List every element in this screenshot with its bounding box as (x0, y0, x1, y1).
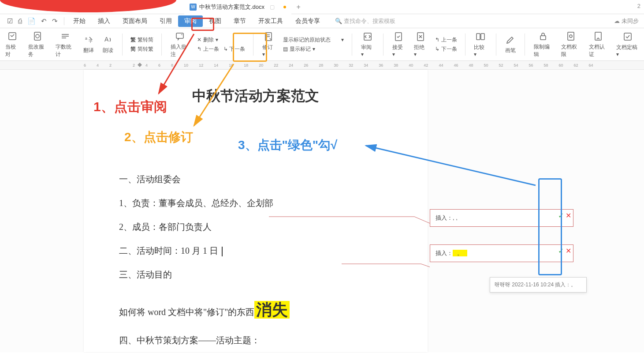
accept-icon (393, 31, 404, 42)
menu-section[interactable]: 章节 (227, 15, 252, 27)
accept-comment-icon[interactable]: ✓ (558, 211, 564, 220)
menu-start[interactable]: 开始 (67, 15, 92, 27)
menu-member[interactable]: 会员专享 (289, 15, 326, 27)
compare-button[interactable]: 比较 ▾ (471, 30, 490, 58)
revise-icon (263, 31, 274, 42)
tab-title: 中秋节活动方案范文.docx (199, 3, 264, 11)
pen-button[interactable]: 画笔 (503, 34, 518, 55)
word-doc-icon: W (190, 4, 197, 11)
next-change-button[interactable]: ↳下一条 (435, 45, 457, 53)
undo-icon[interactable]: ↶ (41, 17, 47, 25)
delete-icon: ✕ (197, 37, 201, 43)
search-placeholder: 查找命令、搜索模板 (344, 17, 395, 25)
read-button[interactable]: A 朗读 (100, 34, 116, 55)
doc-line: 一、活动组委会 (119, 171, 392, 187)
comment-text: 插入：。 (436, 250, 467, 256)
next-icon: ↳ (435, 46, 439, 52)
menu-pagelayout[interactable]: 页面布局 (116, 15, 153, 27)
prev-comment-button[interactable]: ↰ 上一条 (197, 45, 219, 53)
proofread-button[interactable]: 当校对 (3, 30, 22, 59)
doc-finalize-button[interactable]: 文档定稿 ▾ (614, 30, 641, 58)
insert-comment-button[interactable]: + 插入批注 (168, 30, 192, 59)
comments-pane: ✓ ✕ 插入：, , ✓ ✕ 插入：。 (430, 209, 573, 280)
svg-rect-1 (34, 32, 41, 40)
save-icon[interactable]: ☑ (7, 17, 13, 25)
translate-button[interactable]: a字 翻译 (81, 34, 97, 55)
sync-label: 未同步 (622, 17, 639, 25)
comment-box-1[interactable]: ✓ ✕ 插入：, , (430, 209, 573, 227)
ruler-ticks: 642 2468 10121416 18202224 26283032 3436… (84, 63, 593, 68)
left-margin (0, 70, 84, 352)
add-tab-button[interactable]: + (291, 3, 305, 11)
search-icon: 🔍 (335, 18, 342, 24)
comment-icon: + (175, 31, 185, 41)
doc-auth-button[interactable]: 文档认证 (586, 30, 610, 59)
svg-point-2 (36, 34, 39, 38)
review-pane-button[interactable]: 审阅 ▾ (358, 30, 377, 58)
print-icon[interactable]: ⎙ (18, 17, 22, 25)
comment-tooltip: 呀呀呀 2022-11-16 10:24 插入：。 (490, 277, 587, 293)
titlebar-right-indicator: 2 (637, 3, 640, 9)
delete-nav-group: ✕删除▾ ↰ 上一条 ↳ 下一条 (195, 36, 247, 53)
menu-devtools[interactable]: 开发工具 (252, 15, 289, 27)
restrict-edit-button[interactable]: 限制编辑 (531, 30, 555, 59)
approval-button[interactable]: 批改服务 (26, 30, 50, 59)
proofread-icon (7, 31, 18, 41)
convert-group: 繁繁转简 简简转繁 (129, 36, 155, 53)
reject-icon (415, 31, 426, 42)
accept-button[interactable]: 接受 ▾ (390, 30, 408, 58)
highlighted-text: 消失 (254, 301, 290, 319)
show-markup-button[interactable]: ▤显示标记 ▾ (283, 45, 344, 53)
sync-status[interactable]: ☁ 未同步 (614, 17, 639, 25)
finalize-icon (622, 31, 633, 42)
doc-line: 四、中秋节策划方案——活动主题： (119, 332, 392, 348)
indent-marker-icon[interactable] (138, 62, 142, 68)
doc-line: 二、活动时间：10 月 1 日 (119, 243, 392, 259)
prev-change-button[interactable]: ↰上一条 (435, 36, 457, 44)
auth-icon (593, 31, 603, 41)
markup-icon: ▤ (283, 46, 288, 52)
svg-text:+: + (181, 33, 183, 37)
reject-button[interactable]: 拒绝 ▾ (411, 30, 430, 58)
accept-comment-icon[interactable]: ✓ (558, 247, 564, 255)
menu-view[interactable]: 视图 (203, 15, 227, 27)
fan-icon: 繁 (130, 36, 136, 44)
svg-text:A: A (104, 36, 109, 43)
simple-to-fan-button[interactable]: 简简转繁 (130, 45, 153, 53)
redo-icon[interactable]: ↷ (52, 17, 58, 25)
review-pane-icon (362, 31, 373, 42)
reject-comment-icon[interactable]: ✕ (566, 211, 571, 220)
fan-to-simple-button[interactable]: 繁繁转简 (130, 36, 153, 44)
dropdown-icon[interactable]: ▾ (341, 37, 344, 43)
wordcount-button[interactable]: 字数统计 (53, 30, 77, 59)
prev-icon: ↰ (435, 37, 439, 43)
markup-state-dropdown[interactable]: 显示标记的原始状态 (283, 36, 331, 44)
wordcount-icon (60, 31, 71, 41)
svg-rect-15 (568, 32, 574, 40)
dropdown-icon: ▾ (216, 37, 218, 43)
approval-icon (32, 31, 43, 41)
doc-line: 2、成员：各部门负责人 (119, 219, 392, 235)
tab-minimize-icon[interactable]: ▢ (270, 4, 275, 10)
document-tab[interactable]: W 中秋节活动方案范文.docx ▢ (184, 0, 291, 14)
doc-permission-button[interactable]: 文档权限 (558, 30, 583, 59)
preview-icon[interactable]: 📄 (27, 17, 36, 25)
comment-box-2[interactable]: ✓ ✕ 插入：。 (430, 244, 573, 262)
quick-access-toolbar: ☑ ⎙ 📄 ↶ ↷ (4, 17, 61, 25)
annotation-step-2: 2、点击修订 (124, 129, 193, 146)
delete-comment-button[interactable]: ✕删除▾ (197, 36, 245, 44)
menu-review[interactable]: 审阅 (178, 15, 203, 27)
horizontal-ruler[interactable]: 642 2468 10121416 18202224 26283032 3436… (0, 61, 644, 70)
next-comment-button[interactable]: ↳ 下一条 (223, 45, 245, 53)
svg-text:a: a (85, 36, 87, 41)
command-search[interactable]: 🔍 查找命令、搜索模板 (335, 17, 395, 25)
menu-insert[interactable]: 插入 (92, 15, 116, 27)
revise-button[interactable]: 修订 ▾ (260, 30, 278, 58)
lock-icon (538, 31, 548, 41)
svg-rect-12 (476, 34, 480, 40)
compare-icon (475, 31, 486, 42)
unsaved-indicator-icon (283, 6, 286, 8)
menu-reference[interactable]: 引用 (153, 15, 178, 27)
reject-comment-icon[interactable]: ✕ (566, 247, 571, 255)
text-cursor (222, 247, 223, 256)
